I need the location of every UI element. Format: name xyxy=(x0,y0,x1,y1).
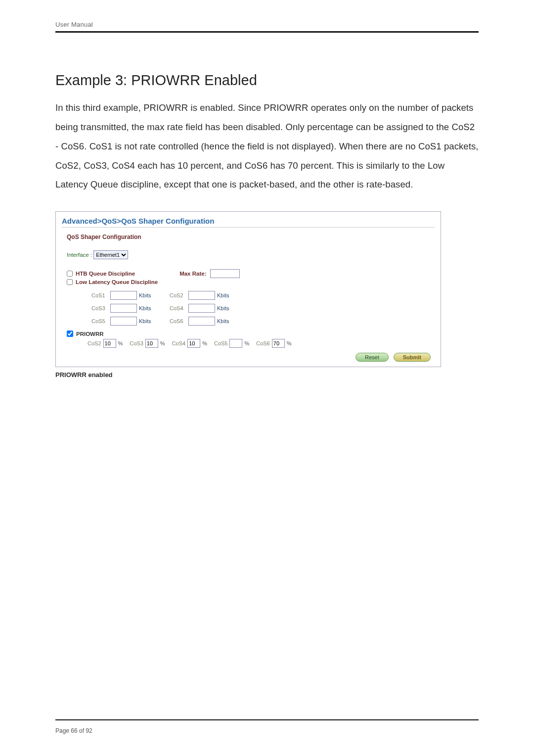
priowrr-cos-label: CoS2 xyxy=(88,340,101,346)
priowrr-cos-label: CoS4 xyxy=(172,340,186,346)
submit-button[interactable]: Submit xyxy=(394,353,431,362)
cos3-input[interactable] xyxy=(110,304,137,313)
htb-checkbox[interactable] xyxy=(67,271,73,277)
cos1-input[interactable] xyxy=(110,291,137,300)
header-rule xyxy=(55,31,479,33)
footer-rule xyxy=(55,719,479,720)
htb-row: HTB Queue Discipline Max Rate: xyxy=(67,269,435,278)
percent-label: % xyxy=(160,340,165,346)
page-number: Page 66 of 92 xyxy=(55,727,479,734)
htb-label: HTB Queue Discipline xyxy=(76,271,135,277)
llq-label: Low Latency Queue Discipline xyxy=(76,279,158,285)
priowrr-cos2-input[interactable] xyxy=(103,339,116,348)
priowrr-cos3-input[interactable] xyxy=(145,339,158,348)
cos-label: CoS4 xyxy=(170,305,188,311)
cos-unit: Kbits xyxy=(217,292,234,298)
panel-divider xyxy=(62,227,435,228)
llq-checkbox[interactable] xyxy=(67,279,73,285)
cos-row: CoS3 Kbits CoS4 Kbits xyxy=(91,304,435,313)
cos-unit: Kbits xyxy=(217,318,234,324)
cos5-input[interactable] xyxy=(110,317,137,326)
percent-label: % xyxy=(202,340,207,346)
percent-label: % xyxy=(244,340,249,346)
figure-caption: PRIOWRR enabled xyxy=(55,371,479,378)
priowrr-cos-label: CoS3 xyxy=(130,340,143,346)
cos2-input[interactable] xyxy=(188,291,215,300)
llq-row: Low Latency Queue Discipline xyxy=(67,279,435,285)
percent-label: % xyxy=(118,340,123,346)
priowrr-line: CoS2 % CoS3 % CoS4 % CoS5 % CoS6 % xyxy=(83,339,435,348)
panel-breadcrumb: Advanced>QoS>QoS Shaper Configuration xyxy=(62,217,435,225)
section-title: Example 3: PRIOWRR Enabled xyxy=(55,72,479,89)
cos-label: CoS5 xyxy=(91,318,110,324)
priowrr-row: PRIOWRR xyxy=(67,331,435,337)
priowrr-cos-label: CoS5 xyxy=(214,340,228,346)
qos-panel: Advanced>QoS>QoS Shaper Configuration Qo… xyxy=(55,211,441,367)
cos-grid: CoS1 Kbits CoS2 Kbits CoS3 Kbits CoS4 Kb… xyxy=(91,291,435,326)
button-row: Reset Submit xyxy=(62,353,435,362)
interface-row: Interface : Ethernet1 xyxy=(67,250,435,259)
reset-button[interactable]: Reset xyxy=(356,353,389,362)
priowrr-cos6-input[interactable] xyxy=(272,339,285,348)
interface-select[interactable]: Ethernet1 xyxy=(93,250,128,259)
cos-row: CoS5 Kbits CoS6 Kbits xyxy=(91,317,435,326)
cos-label: CoS3 xyxy=(91,305,110,311)
qos-config-label: QoS Shaper Configuration xyxy=(67,234,435,240)
interface-label: Interface : xyxy=(67,252,92,258)
header-title: User Manual xyxy=(55,21,479,28)
page-footer: Page 66 of 92 xyxy=(55,719,479,734)
priowrr-cos5-input[interactable] xyxy=(229,339,242,348)
priowrr-cos4-input[interactable] xyxy=(187,339,200,348)
cos4-input[interactable] xyxy=(188,304,215,313)
cos-label: CoS2 xyxy=(170,292,188,298)
cos-label: CoS6 xyxy=(170,318,188,324)
maxrate-input[interactable] xyxy=(210,269,240,278)
percent-label: % xyxy=(287,340,292,346)
priowrr-cos-label: CoS6 xyxy=(256,340,270,346)
priowrr-checkbox[interactable] xyxy=(67,331,73,337)
cos-unit: Kbits xyxy=(217,305,234,311)
cos-unit: Kbits xyxy=(139,318,156,324)
cos-unit: Kbits xyxy=(139,305,156,311)
priowrr-label: PRIOWRR xyxy=(76,331,104,337)
cos6-input[interactable] xyxy=(188,317,215,326)
cos-row: CoS1 Kbits CoS2 Kbits xyxy=(91,291,435,300)
cos-label: CoS1 xyxy=(91,292,110,298)
section-body: In this third example, PRIOWRR is enable… xyxy=(55,98,479,194)
cos-unit: Kbits xyxy=(139,292,156,298)
maxrate-label: Max Rate: xyxy=(179,271,206,277)
